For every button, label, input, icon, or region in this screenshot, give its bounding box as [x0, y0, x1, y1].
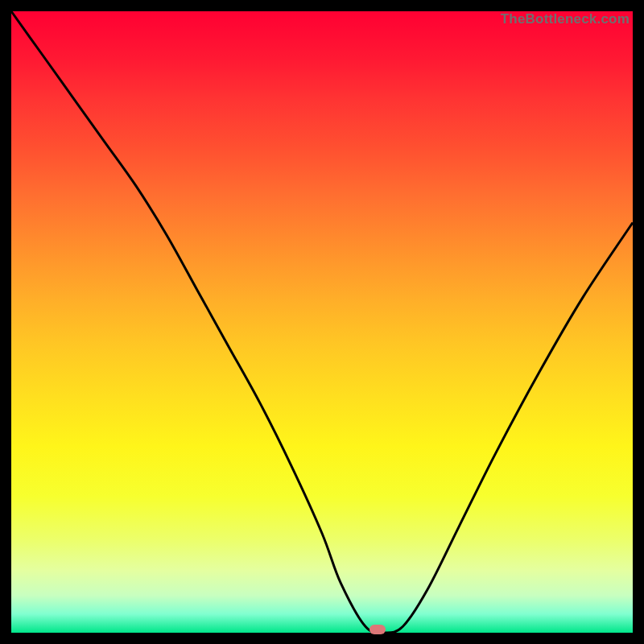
curve-min-marker	[369, 625, 386, 634]
chart-container: TheBottleneck.com	[0, 0, 644, 644]
bottleneck-curve-path	[11, 11, 633, 633]
plot-area: TheBottleneck.com	[11, 11, 633, 633]
curve-svg	[11, 11, 633, 633]
